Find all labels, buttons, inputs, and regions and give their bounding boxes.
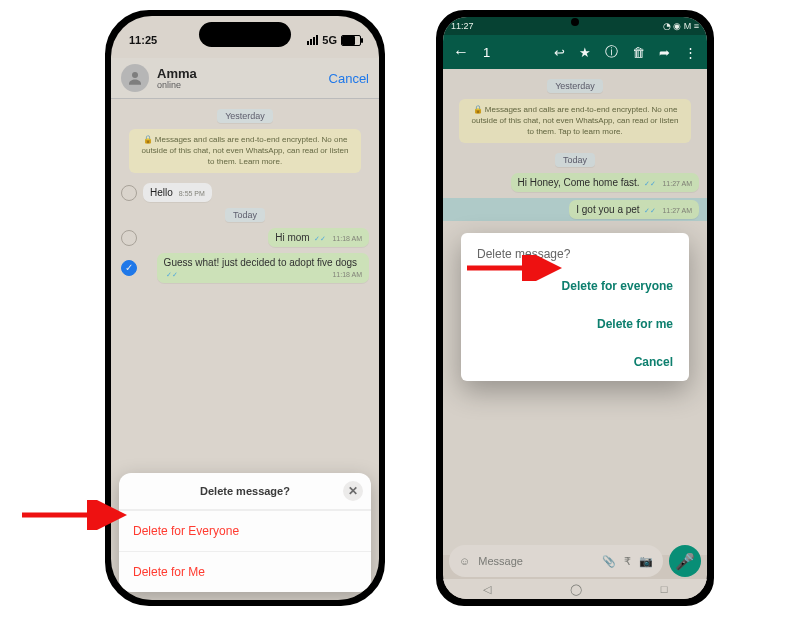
select-circle[interactable]	[121, 185, 137, 201]
svg-point-0	[132, 72, 138, 78]
cancel-button[interactable]: Cancel	[461, 343, 689, 381]
contact-status: online	[157, 80, 197, 90]
android-screen: 11:27 ◔ ◉ M ≡ ← 1 ↩ ★ ⓘ 🗑 ➦ ⋮ Yesterday …	[443, 17, 707, 599]
iphone-frame: 11:25 5G Amma online Cancel Yesterday	[105, 10, 385, 606]
person-icon	[126, 69, 144, 87]
delete-for-everyone-button[interactable]: Delete for Everyone	[119, 510, 371, 551]
battery-icon	[341, 35, 361, 46]
info-icon[interactable]: ⓘ	[605, 43, 618, 61]
read-tick-icon: ✓✓	[166, 271, 178, 278]
status-time: 11:27	[451, 21, 474, 31]
date-separator: Today	[225, 208, 265, 222]
overflow-icon[interactable]: ⋮	[684, 45, 697, 60]
android-frame: 11:27 ◔ ◉ M ≡ ← 1 ↩ ★ ⓘ 🗑 ➦ ⋮ Yesterday …	[436, 10, 714, 606]
status-time: 11:25	[129, 34, 157, 46]
punch-hole-camera	[571, 18, 579, 26]
annotation-arrow	[467, 255, 562, 281]
select-circle-checked[interactable]: ✓	[121, 260, 137, 276]
close-icon[interactable]: ✕	[343, 481, 363, 501]
avatar[interactable]	[121, 64, 149, 92]
dynamic-island	[199, 22, 291, 47]
iphone-screen: 11:25 5G Amma online Cancel Yesterday	[111, 16, 379, 600]
reply-icon[interactable]: ↩	[554, 45, 565, 60]
action-sheet: Delete message? ✕ Delete for Everyone De…	[119, 473, 371, 592]
delete-for-me-button[interactable]: Delete for Me	[119, 551, 371, 592]
status-icons: ◔ ◉ M ≡	[663, 21, 699, 31]
message-incoming[interactable]: Hello 8:55 PM	[143, 183, 212, 202]
selection-count: 1	[483, 45, 490, 60]
signal-icon	[307, 35, 318, 45]
delete-icon[interactable]: 🗑	[632, 45, 645, 60]
delete-for-me-button[interactable]: Delete for me	[461, 305, 689, 343]
back-icon[interactable]: ←	[453, 43, 469, 61]
message-outgoing-selected[interactable]: Guess what! just decided to adopt five d…	[157, 253, 369, 283]
cancel-button[interactable]: Cancel	[329, 71, 369, 86]
network-label: 5G	[322, 34, 337, 46]
selection-toolbar: ← 1 ↩ ★ ⓘ 🗑 ➦ ⋮	[443, 35, 707, 69]
annotation-arrow	[22, 500, 127, 530]
select-circle[interactable]	[121, 230, 137, 246]
sheet-title: Delete message? ✕	[119, 473, 371, 510]
star-icon[interactable]: ★	[579, 45, 591, 60]
date-separator: Yesterday	[217, 109, 273, 123]
contact-name[interactable]: Amma	[157, 67, 197, 80]
message-outgoing[interactable]: Hi mom 11:18 AM✓✓	[268, 228, 369, 247]
read-tick-icon: ✓✓	[314, 235, 326, 242]
chat-header: Amma online Cancel	[111, 58, 379, 99]
forward-icon[interactable]: ➦	[659, 45, 670, 60]
encryption-notice[interactable]: 🔒 Messages and calls are end-to-end encr…	[129, 129, 361, 173]
